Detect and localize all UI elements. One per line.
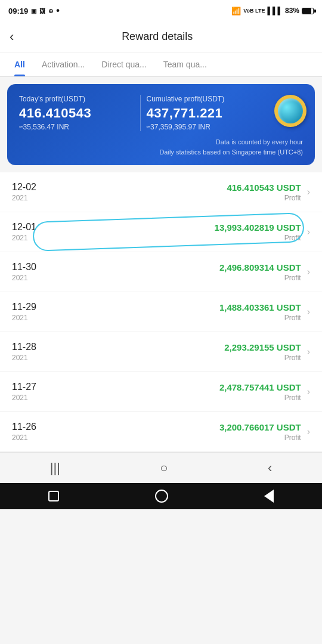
tab-bar: All Activation... Direct qua... Team qua… [0,52,322,77]
coin-icon [268,90,306,128]
value-amount: 2,496.809314 USDT [36,262,301,273]
value-label: Profit [36,194,301,202]
list-item[interactable]: 11-30 2021 2,496.809314 USDT Profit › [0,252,322,292]
battery-percent: 83% [285,7,299,15]
value-amount: 3,200.766017 USDT [36,422,301,432]
plus-icon: ⊕ [48,8,53,14]
today-profit-col: Today's profit(USDT) 416.410543 ≈35,536.… [19,95,134,131]
tab-direct[interactable]: Direct qua... [93,52,154,76]
value-amount: 2,293.29155 USDT [36,342,301,352]
android-square-button[interactable] [48,491,59,501]
value-amount: 1,488.403361 USDT [36,302,301,312]
status-right: 📶 VoB LTE ▌▌▌ 83% [231,7,314,16]
date-year: 2021 [12,354,36,362]
header: ‹ Reward details [0,21,322,52]
cumulative-label: Cumulative profit(USDT) [147,95,262,103]
date-year: 2021 [12,274,36,282]
chevron-right-icon: › [307,227,310,237]
chevron-right-icon: › [307,187,310,197]
page-title: Reward details [20,30,312,43]
home-button[interactable]: ○ [148,456,179,481]
chevron-right-icon: › [307,306,310,317]
chevron-right-icon: › [307,386,310,397]
value-label: Profit [36,274,301,282]
date-year: 2021 [12,234,36,242]
date-col: 11-27 2021 [12,382,36,402]
android-back-button[interactable] [264,490,274,503]
value-amount: 416.410543 USDT [36,182,301,193]
tab-team[interactable]: Team qua... [155,52,215,76]
status-left: 09:19 ▣ 🖼 ⊕ • [8,5,60,16]
wifi-icon: 📶 [231,7,241,16]
chevron-right-icon: › [307,267,310,277]
android-home-button[interactable] [155,490,168,503]
menu-button[interactable]: ||| [38,456,72,481]
date-main: 11-27 [12,382,36,392]
date-main: 12-02 [12,182,36,193]
tab-all[interactable]: All [6,52,33,76]
date-main: 11-30 [12,262,36,273]
today-profit-label: Today's profit(USDT) [19,95,134,103]
date-col: 11-26 2021 [12,422,36,442]
transaction-list: 12-02 2021 416.410543 USDT Profit › 12-0… [0,172,322,452]
today-profit-inr: ≈35,536.47 INR [19,123,134,131]
value-label: Profit [36,234,301,242]
value-col: 2,293.29155 USDT Profit [36,342,307,362]
profit-card: Today's profit(USDT) 416.410543 ≈35,536.… [7,84,315,165]
lte-label: VoB LTE [243,8,265,14]
value-amount: 13,993.402819 USDT [36,222,301,233]
value-col: 2,478.757441 USDT Profit [36,382,307,402]
value-label: Profit [36,394,301,402]
list-item[interactable]: 11-26 2021 3,200.766017 USDT Profit › [0,412,322,452]
value-col: 416.410543 USDT Profit [36,182,307,202]
list-item[interactable]: 12-02 2021 416.410543 USDT Profit › [0,172,322,212]
value-col: 3,200.766017 USDT Profit [36,422,307,442]
value-col: 1,488.403361 USDT Profit [36,302,307,322]
list-item[interactable]: 11-28 2021 2,293.29155 USDT Profit › [0,332,322,372]
chevron-right-icon: › [307,426,310,437]
battery-icon [302,8,314,14]
value-col: 2,496.809314 USDT Profit [36,262,307,282]
date-main: 11-26 [12,422,36,432]
value-label: Profit [36,354,301,362]
profit-note: Data is counted by every hour Daily stat… [19,137,303,157]
list-item[interactable]: 12-01 2021 13,993.402819 USDT Profit › [0,212,322,252]
date-main: 11-29 [12,302,36,312]
date-year: 2021 [12,434,36,442]
card-divider [140,95,141,131]
list-item[interactable]: 11-29 2021 1,488.403361 USDT Profit › [0,292,322,332]
date-year: 2021 [12,314,36,322]
date-main: 12-01 [12,222,36,233]
signal-bars: ▌▌▌ [267,7,283,15]
back-button[interactable]: ‹ [10,28,20,46]
date-col: 12-02 2021 [12,182,36,202]
date-col: 11-30 2021 [12,262,36,282]
date-main: 11-28 [12,342,36,352]
sim-icon: ▣ [31,8,36,14]
date-col: 11-28 2021 [12,342,36,362]
list-item[interactable]: 11-27 2021 2,478.757441 USDT Profit › [0,372,322,412]
tab-activation[interactable]: Activation... [33,52,93,76]
cumulative-inr: ≈37,359,395.97 INR [147,123,262,131]
date-year: 2021 [12,194,36,202]
dot-icon: • [56,5,60,16]
date-col: 11-29 2021 [12,302,36,322]
time: 09:19 [8,7,28,16]
chevron-right-icon: › [307,346,310,357]
value-col: 13,993.402819 USDT Profit [36,222,307,242]
date-year: 2021 [12,394,36,402]
system-nav-bar: ||| ○ ‹ [0,452,322,483]
value-label: Profit [36,434,301,442]
photo-icon: 🖼 [39,8,45,14]
android-nav [0,483,322,509]
date-col: 12-01 2021 [12,222,36,242]
back-nav-button[interactable]: ‹ [256,456,284,481]
status-bar: 09:19 ▣ 🖼 ⊕ • 📶 VoB LTE ▌▌▌ 83% [0,0,322,21]
today-profit-value: 416.410543 [19,106,134,121]
cumulative-value: 437,771.221 [147,106,262,121]
value-label: Profit [36,314,301,322]
value-amount: 2,478.757441 USDT [36,382,301,392]
